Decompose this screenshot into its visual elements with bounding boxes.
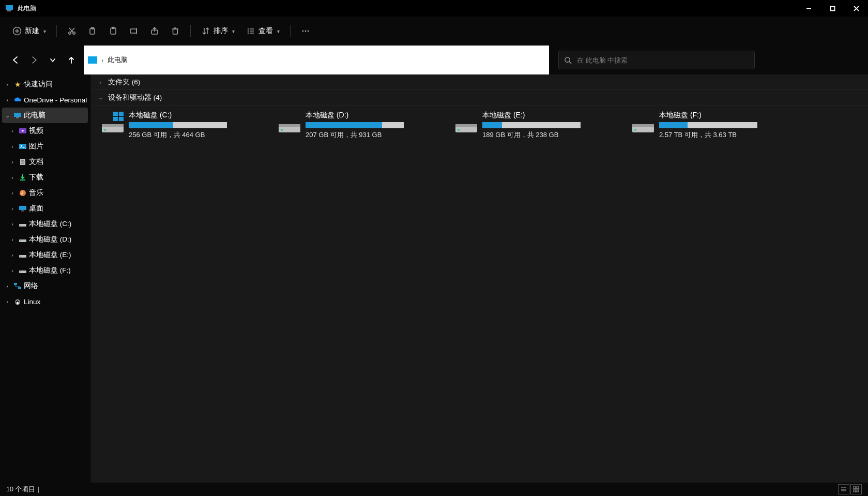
copy-icon [88,26,97,36]
drive-item[interactable]: 本地磁盘 (C:) 256 GB 可用，共 464 GB [101,111,266,140]
svg-point-29 [302,31,304,32]
address-bar[interactable]: › 此电脑 [84,46,549,74]
svg-line-33 [569,62,571,64]
sidebar-item-label: 本地磁盘 (E:) [29,250,71,260]
details-view-button[interactable] [838,484,849,494]
group-label: 文件夹 (6) [108,78,140,87]
chevron-right-icon: › [8,173,17,182]
view-button[interactable]: 查看 ▾ [241,22,285,40]
sidebar-item-onedrive[interactable]: › OneDrive - Personal [0,92,90,108]
clipboard-icon [109,26,118,36]
svg-point-76 [634,129,636,131]
sidebar-item-label: 网络 [24,281,38,291]
item-icon [19,127,27,135]
sidebar-item[interactable]: › 文档 [0,154,90,170]
chevron-right-icon: › [3,282,11,290]
chevron-right-icon: › [8,158,17,166]
chevron-right-icon: › [8,142,17,151]
item-icon [19,173,27,182]
sidebar-item[interactable]: › 本地磁盘 (C:) [0,216,90,232]
sidebar-item-label: 图片 [29,142,43,151]
svg-rect-69 [279,124,300,127]
sort-button[interactable]: 排序 ▾ [196,22,240,40]
recent-locations-button[interactable] [44,52,61,68]
plus-circle-icon [12,26,22,36]
svg-rect-46 [19,206,26,210]
chevron-right-icon: › [3,297,11,306]
group-header-devices[interactable]: ⌄ 设备和驱动器 (4) [90,90,868,106]
delete-button[interactable] [165,22,185,40]
svg-rect-3 [830,6,834,10]
drive-usage-bar [659,122,757,128]
breadcrumb[interactable]: 此电脑 [108,55,128,65]
navigation-pane[interactable]: › ★ 快速访问 › OneDrive - Personal ⌄ 此电脑 › 视… [0,74,90,483]
drive-item[interactable]: 本地磁盘 (E:) 189 GB 可用，共 238 GB [454,111,620,140]
more-button[interactable] [296,22,315,40]
forward-button[interactable] [26,52,42,68]
item-icon [19,204,27,213]
sidebar-item[interactable]: › 桌面 [0,201,90,216]
sidebar-item-label: 下载 [29,173,43,182]
search-box[interactable] [558,51,755,69]
sidebar-item-label: 快速访问 [24,80,53,89]
sidebar-item[interactable]: › 图片 [0,139,90,154]
sidebar-item-linux[interactable]: › Linux [0,294,90,309]
svg-rect-34 [14,113,21,117]
drive-usage-bar [482,122,581,128]
group-header-folders[interactable]: › 文件夹 (6) [90,74,868,90]
rename-icon [129,26,139,36]
drive-icon [278,112,301,136]
svg-point-53 [20,256,21,257]
svg-point-23 [248,28,249,29]
svg-point-60 [17,300,18,302]
drive-item[interactable]: 本地磁盘 (D:) 207 GB 可用，共 931 GB [278,111,443,140]
drive-name: 本地磁盘 (E:) [482,111,620,120]
svg-point-61 [18,300,19,302]
cut-button[interactable] [62,22,82,40]
new-button[interactable]: 新建 ▾ [7,22,51,40]
svg-rect-75 [632,124,654,127]
drive-name: 本地磁盘 (F:) [659,111,797,120]
svg-point-67 [104,129,106,131]
sidebar-item-label: 本地磁盘 (F:) [29,266,71,275]
chevron-right-icon: › [8,220,17,228]
sidebar-item-network[interactable]: › 网络 [0,278,90,294]
new-label: 新建 [25,26,39,36]
network-icon [13,282,22,290]
drive-icon [454,112,478,136]
sidebar-item-this-pc[interactable]: ⌄ 此电脑 [2,108,88,123]
separator [290,25,291,37]
copy-button[interactable] [83,22,102,40]
svg-rect-56 [14,283,17,285]
close-button[interactable] [844,0,868,17]
drive-usage-bar [306,122,404,128]
svg-rect-83 [857,490,859,492]
sidebar-item[interactable]: › 下载 [0,170,90,185]
maximize-button[interactable] [820,0,844,17]
sidebar-item[interactable]: › 本地磁盘 (F:) [0,263,90,278]
sidebar-item[interactable]: › 视频 [0,123,90,139]
this-pc-icon [5,4,13,12]
rename-button[interactable] [124,22,144,40]
search-input[interactable] [577,56,749,64]
svg-point-45 [20,190,26,196]
sidebar-item[interactable]: › 音乐 [0,185,90,201]
up-button[interactable] [63,52,80,68]
content-pane[interactable]: › 文件夹 (6) ⌄ 设备和驱动器 (4) 本地磁盘 (C:) 256 GB … [90,74,868,483]
tiles-view-button[interactable] [850,484,862,494]
drive-item[interactable]: 本地磁盘 (F:) 2.57 TB 可用，共 3.63 TB [631,111,797,140]
share-button[interactable] [145,22,164,40]
back-button[interactable] [7,52,24,68]
drive-stats: 189 GB 可用，共 238 GB [482,130,620,140]
minimize-button[interactable] [797,0,820,17]
sidebar-item[interactable]: › 本地磁盘 (E:) [0,247,90,263]
svg-point-59 [17,302,19,304]
trash-icon [171,26,180,36]
sidebar-item[interactable]: › 本地磁盘 (D:) [0,232,90,247]
paste-button[interactable] [103,22,123,40]
svg-rect-81 [857,487,859,489]
sidebar-item-quick-access[interactable]: › ★ 快速访问 [0,77,90,92]
svg-point-55 [20,272,21,273]
separator [56,25,57,37]
svg-rect-0 [6,5,13,10]
